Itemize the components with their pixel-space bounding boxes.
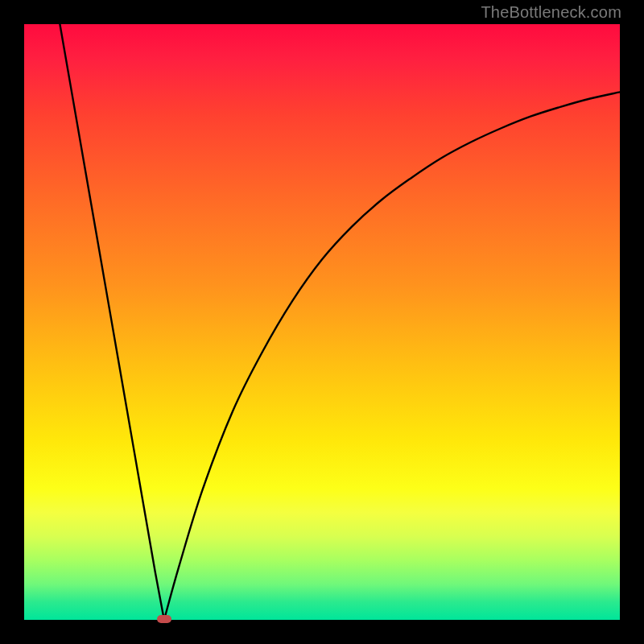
chart-stage: TheBottleneck.com	[0, 0, 644, 644]
minimum-marker	[157, 615, 171, 623]
watermark-text: TheBottleneck.com	[481, 3, 621, 22]
curve-right-branch	[164, 92, 620, 620]
curve-layer	[24, 24, 620, 620]
curve-left-branch	[60, 24, 164, 620]
plot-area	[24, 24, 620, 620]
